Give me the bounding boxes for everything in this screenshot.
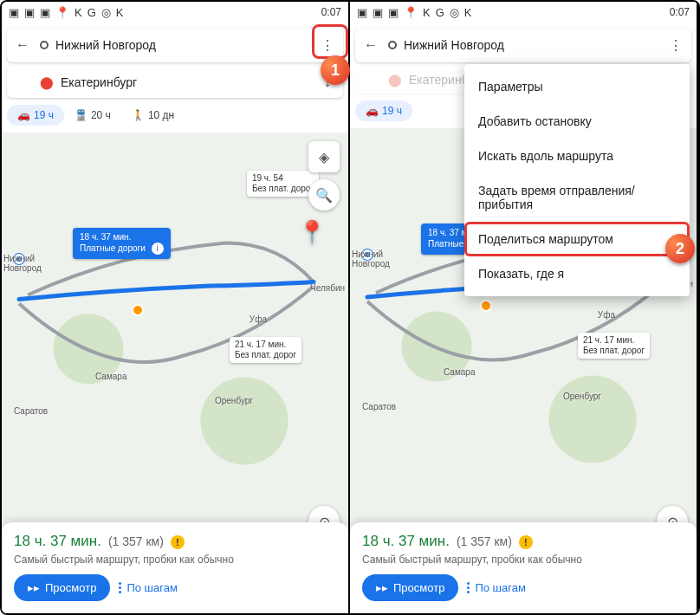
menu-show-me[interactable]: Показать, где я bbox=[464, 256, 690, 291]
destination-pin-icon: ⬤ bbox=[40, 75, 54, 89]
origin-circle-icon bbox=[40, 41, 49, 49]
app-icon: ▣ bbox=[357, 7, 367, 18]
back-button[interactable]: ← bbox=[12, 35, 33, 55]
status-icons: ▣ ▣ ▣ 📍 K G ◎ K bbox=[9, 7, 123, 18]
summary-duration: 18 ч. 37 мин. bbox=[362, 533, 450, 550]
app-icon: G bbox=[88, 7, 96, 18]
destination-marker: 📍 bbox=[298, 219, 326, 246]
train-icon: 🚆 bbox=[75, 109, 88, 121]
callout-1: 1 bbox=[321, 55, 350, 85]
steps-icon bbox=[119, 582, 121, 593]
route-summary-sheet: 18 ч. 37 мин. (1 357 км) ! Самый быстрый… bbox=[350, 522, 697, 613]
route-alt2-label[interactable]: 21 ч. 17 мин. Без плат. дорог bbox=[230, 337, 301, 363]
summary-subtitle: Самый быстрый маршрут, пробки как обычно bbox=[362, 554, 684, 566]
city-orenburg: Оренбург bbox=[215, 396, 253, 405]
summary-subtitle: Самый быстрый маршрут, пробки как обычно bbox=[14, 554, 336, 566]
layers-button[interactable]: ◈ bbox=[308, 141, 340, 172]
app-icon: ◎ bbox=[101, 7, 111, 18]
steps-button[interactable]: По шагам bbox=[467, 581, 525, 594]
origin-circle-icon bbox=[388, 41, 397, 49]
status-bar: ▣ ▣ ▣ 📍 K G ◎ K 0:07 bbox=[2, 2, 348, 23]
route-primary-label[interactable]: 18 ч. 37 мин. Платные дороги i bbox=[73, 228, 171, 259]
city-samara: Самара bbox=[95, 372, 126, 381]
mode-tab-car[interactable]: 🚗 19 ч bbox=[7, 105, 64, 126]
app-icon: G bbox=[436, 7, 444, 18]
warning-icon[interactable]: ! bbox=[171, 535, 185, 549]
mode-tab-transit[interactable]: 🚆 20 ч bbox=[64, 105, 121, 126]
menu-set-time[interactable]: Задать время отправления/прибытия bbox=[464, 173, 690, 222]
summary-distance: (1 357 км) bbox=[108, 534, 164, 548]
destination-field[interactable]: Екатеринбург bbox=[61, 75, 310, 89]
destination-row[interactable]: ⬤ Екатеринбург ↕ bbox=[7, 66, 343, 98]
route-alt2-label[interactable]: 21 ч. 17 мин. Без плат. дорог bbox=[578, 333, 650, 359]
mode-tab-car[interactable]: 🚗 19 ч bbox=[355, 100, 412, 121]
app-icon: ◎ bbox=[450, 7, 459, 18]
steps-button[interactable]: По шагам bbox=[119, 581, 177, 594]
mode-car-label: 19 ч bbox=[34, 109, 54, 121]
menu-add-stop[interactable]: Добавить остановку bbox=[464, 104, 690, 139]
route-primary-sub: Платные дороги bbox=[80, 243, 146, 253]
route-alt1-sub: Без плат. дорог bbox=[252, 184, 314, 193]
summary-line: 18 ч. 37 мин. (1 357 км) ! bbox=[14, 533, 336, 550]
app-icon: ▣ bbox=[9, 7, 19, 18]
car-icon: 🚗 bbox=[366, 105, 379, 117]
steps-label: По шагам bbox=[126, 581, 177, 594]
search-map-button[interactable]: 🔍 bbox=[308, 179, 340, 210]
app-icon: K bbox=[464, 7, 472, 18]
overflow-menu: Параметры Добавить остановку Искать вдол… bbox=[464, 64, 690, 296]
menu-search-along[interactable]: Искать вдоль маршрута bbox=[464, 139, 690, 173]
app-icon: ▣ bbox=[24, 7, 35, 18]
steps-label: По шагам bbox=[475, 581, 525, 594]
preview-button[interactable]: ▸▸ Просмотр bbox=[362, 574, 458, 601]
mode-transit-label: 20 ч bbox=[91, 109, 111, 121]
city-ufa: Уфа bbox=[598, 310, 615, 320]
city-chel: Челябин bbox=[310, 283, 345, 293]
status-clock: 0:07 bbox=[321, 6, 341, 18]
app-icon: ▣ bbox=[388, 7, 399, 18]
origin-row[interactable]: ← Нижний Новгород ⋮ bbox=[7, 28, 343, 62]
mode-walk-label: 10 дн bbox=[148, 109, 174, 121]
travel-mode-tabs: 🚗 19 ч 🚆 20 ч 🚶 10 дн bbox=[2, 101, 348, 133]
traffic-marker bbox=[480, 300, 492, 312]
pin-status-icon: 📍 bbox=[55, 7, 69, 18]
city-saratov: Саратов bbox=[14, 406, 48, 416]
origin-field[interactable]: Нижний Новгород bbox=[404, 38, 658, 52]
city-nn: Нижний Новгород bbox=[3, 254, 42, 273]
back-button[interactable]: ← bbox=[360, 35, 381, 55]
origin-row[interactable]: ← Нижний Новгород ⋮ bbox=[355, 28, 691, 62]
status-clock: 0:07 bbox=[670, 6, 690, 18]
menu-share-route[interactable]: Поделиться маршрутом bbox=[464, 222, 690, 256]
pin-status-icon: 📍 bbox=[404, 7, 418, 18]
overflow-menu-button[interactable]: ⋮ bbox=[665, 35, 686, 55]
status-icons: ▣ ▣ ▣ 📍 K G ◎ K bbox=[357, 7, 471, 18]
app-icon: K bbox=[75, 7, 82, 18]
route-alt2-sub: Без плат. дорог bbox=[235, 350, 296, 359]
map[interactable]: 📍 18 ч. 37 мин. Платные дороги i 19 ч. 5… bbox=[2, 133, 348, 613]
route-alt2-time: 21 ч. 17 мин. bbox=[583, 335, 634, 345]
menu-params[interactable]: Параметры bbox=[464, 69, 690, 104]
route-primary-time: 18 ч. 37 мин. bbox=[80, 232, 131, 242]
route-summary-sheet: 18 ч. 37 мин. (1 357 км) ! Самый быстрый… bbox=[2, 522, 348, 613]
city-nn: Нижний Новгород bbox=[352, 249, 390, 269]
mode-tab-walk[interactable]: 🚶 10 дн bbox=[121, 105, 185, 126]
summary-distance: (1 357 км) bbox=[457, 534, 512, 548]
warning-icon[interactable]: ! bbox=[519, 535, 533, 549]
app-icon: ▣ bbox=[373, 7, 383, 18]
route-alt1-time: 19 ч. 54 bbox=[252, 173, 283, 183]
city-samara: Самара bbox=[444, 367, 475, 377]
city-saratov: Саратов bbox=[362, 402, 396, 411]
steps-icon bbox=[467, 582, 470, 593]
city-ufa: Уфа bbox=[250, 314, 267, 324]
summary-duration: 18 ч. 37 мин. bbox=[14, 533, 101, 550]
callout-2: 2 bbox=[665, 234, 695, 263]
walk-icon: 🚶 bbox=[132, 109, 145, 121]
status-bar: ▣ ▣ ▣ 📍 K G ◎ K 0:07 bbox=[350, 2, 697, 23]
directions-header: ← Нижний Новгород ⋮ ⬤ Екатеринбург Парам… bbox=[350, 23, 697, 97]
app-icon: K bbox=[423, 7, 431, 18]
phone-left: ▣ ▣ ▣ 📍 K G ◎ K 0:07 ← Нижний Новгород ⋮… bbox=[2, 2, 350, 613]
preview-button[interactable]: ▸▸ Просмотр bbox=[14, 574, 110, 601]
preview-label: Просмотр bbox=[393, 581, 444, 594]
info-icon: i bbox=[152, 243, 164, 255]
origin-field[interactable]: Нижний Новгород bbox=[55, 38, 310, 52]
app-icon: K bbox=[116, 7, 124, 18]
